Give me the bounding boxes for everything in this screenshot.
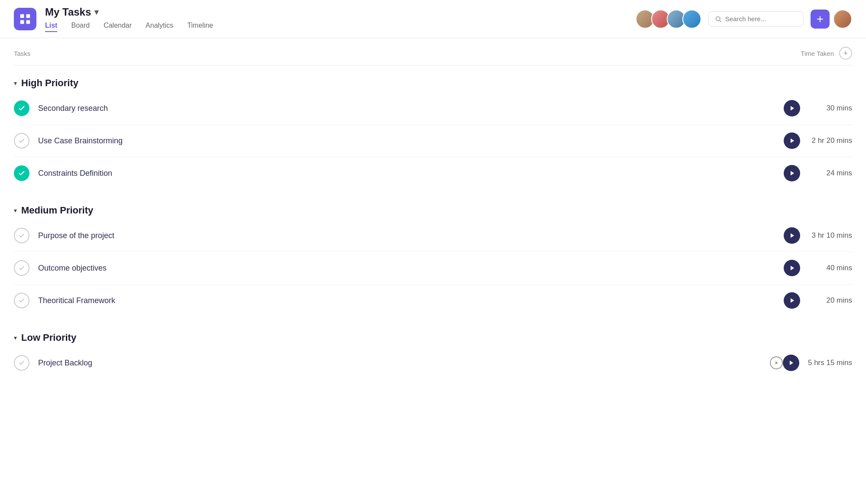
task-checkbox[interactable] [14, 133, 29, 149]
priority-title-high: High Priority [21, 78, 78, 89]
task-right-controls: 2 hr 20 mins [784, 132, 852, 149]
tasks-column-label: Tasks [14, 50, 30, 57]
avatar-group [636, 10, 701, 29]
play-timer-button[interactable] [784, 100, 800, 116]
task-name: Use Case Brainstorming [38, 136, 784, 145]
task-time-value: 5 hrs 15 mins [808, 359, 852, 367]
tab-list[interactable]: List [45, 22, 57, 32]
svg-point-4 [716, 16, 720, 20]
svg-marker-11 [791, 298, 794, 303]
task-name: Theoritical Framework [38, 296, 784, 305]
title-nav-area: My Tasks ▾ ListBoardCalendarAnalyticsTim… [45, 6, 213, 32]
task-row: Outcome objectives 40 mins [14, 252, 852, 284]
task-right-controls: 5 hrs 15 mins [783, 355, 852, 371]
col-header-right: Time Taken + [801, 47, 852, 60]
task-row: Secondary research 30 mins [14, 92, 852, 125]
task-checkbox[interactable] [14, 100, 29, 116]
tab-board[interactable]: Board [71, 22, 90, 32]
task-checkbox[interactable] [14, 260, 29, 276]
play-timer-button[interactable] [783, 355, 799, 371]
tab-calendar[interactable]: Calendar [104, 22, 132, 32]
task-row: Project Backlog 5 hrs 15 mins [14, 347, 852, 379]
task-time-value: 20 mins [809, 296, 852, 305]
avatar-user-4[interactable] [682, 10, 701, 29]
svg-marker-8 [791, 171, 794, 176]
play-timer-button[interactable] [784, 260, 800, 276]
priority-title-low: Low Priority [21, 332, 76, 343]
task-name: Purpose of the project [38, 231, 784, 240]
svg-marker-13 [790, 361, 793, 365]
task-row: Constraints Definition 24 mins [14, 157, 852, 189]
chevron-down-icon: ▾ [14, 80, 17, 87]
task-row: Theoritical Framework 20 mins [14, 284, 852, 317]
task-row: Purpose of the project 3 hr 10 mins [14, 220, 852, 252]
priority-section-low: ▾ Low Priority Project Backlog 5 hrs 15 … [14, 320, 852, 382]
app-logo [14, 8, 36, 30]
page-title[interactable]: My Tasks ▾ [45, 6, 213, 18]
play-timer-button[interactable] [784, 132, 800, 149]
add-column-button[interactable]: + [839, 47, 852, 60]
nav-tabs: ListBoardCalendarAnalyticsTimeline [45, 22, 213, 32]
svg-rect-3 [26, 20, 30, 24]
svg-marker-9 [791, 233, 794, 238]
chevron-down-icon: ▾ [94, 7, 98, 17]
svg-marker-10 [791, 266, 794, 271]
chevron-down-icon: ▾ [14, 334, 17, 341]
outline-play-button[interactable] [770, 356, 783, 369]
task-time-value: 40 mins [809, 264, 852, 272]
task-checkbox[interactable] [14, 293, 29, 308]
search-icon [715, 16, 722, 23]
logo-icon [19, 13, 32, 26]
task-time-value: 24 mins [809, 169, 852, 178]
search-box [708, 11, 804, 26]
play-timer-button[interactable] [784, 165, 800, 181]
play-timer-button[interactable] [784, 227, 800, 244]
priorities-container: ▾ High Priority Secondary research 30 mi… [14, 65, 852, 382]
priority-title-medium: Medium Priority [21, 205, 93, 216]
svg-marker-6 [791, 106, 794, 111]
svg-marker-12 [775, 361, 778, 365]
task-name: Secondary research [38, 104, 784, 113]
tab-timeline[interactable]: Timeline [187, 22, 213, 32]
priority-header-high[interactable]: ▾ High Priority [14, 78, 852, 89]
svg-rect-2 [20, 20, 24, 24]
play-timer-button[interactable] [784, 292, 800, 309]
task-right-controls: 40 mins [784, 260, 852, 276]
task-right-controls: 20 mins [784, 292, 852, 309]
main-content: Tasks Time Taken + ▾ High Priority Secon… [0, 38, 866, 382]
task-right-controls: 24 mins [784, 165, 852, 181]
task-checkbox[interactable] [14, 228, 29, 243]
current-user-avatar[interactable] [833, 10, 852, 29]
task-checkbox[interactable] [14, 355, 29, 371]
task-time-value: 3 hr 10 mins [809, 231, 852, 240]
svg-line-5 [720, 20, 721, 22]
add-button[interactable]: + [811, 10, 830, 29]
task-time-value: 2 hr 20 mins [809, 136, 852, 145]
priority-header-low[interactable]: ▾ Low Priority [14, 332, 852, 343]
task-right-controls: 30 mins [784, 100, 852, 116]
task-checkbox[interactable] [14, 165, 29, 181]
header-right: + [636, 10, 852, 29]
task-right-controls: 3 hr 10 mins [784, 227, 852, 244]
priority-section-medium: ▾ Medium Priority Purpose of the project… [14, 193, 852, 320]
task-time-value: 30 mins [809, 104, 852, 113]
priority-section-high: ▾ High Priority Secondary research 30 mi… [14, 65, 852, 193]
svg-marker-7 [791, 139, 794, 143]
tab-analytics[interactable]: Analytics [146, 22, 173, 32]
chevron-down-icon: ▾ [14, 207, 17, 214]
time-taken-label: Time Taken [801, 50, 834, 57]
svg-rect-0 [20, 14, 24, 18]
page-title-text: My Tasks [45, 6, 91, 18]
svg-rect-1 [26, 14, 30, 18]
search-input[interactable] [725, 15, 797, 23]
task-name: Project Backlog [38, 359, 770, 368]
priority-header-medium[interactable]: ▾ Medium Priority [14, 205, 852, 216]
task-name: Outcome objectives [38, 264, 784, 273]
task-name: Constraints Definition [38, 169, 784, 178]
header: My Tasks ▾ ListBoardCalendarAnalyticsTim… [0, 0, 866, 38]
task-row: Use Case Brainstorming 2 hr 20 mins [14, 125, 852, 157]
column-header: Tasks Time Taken + [14, 38, 852, 65]
